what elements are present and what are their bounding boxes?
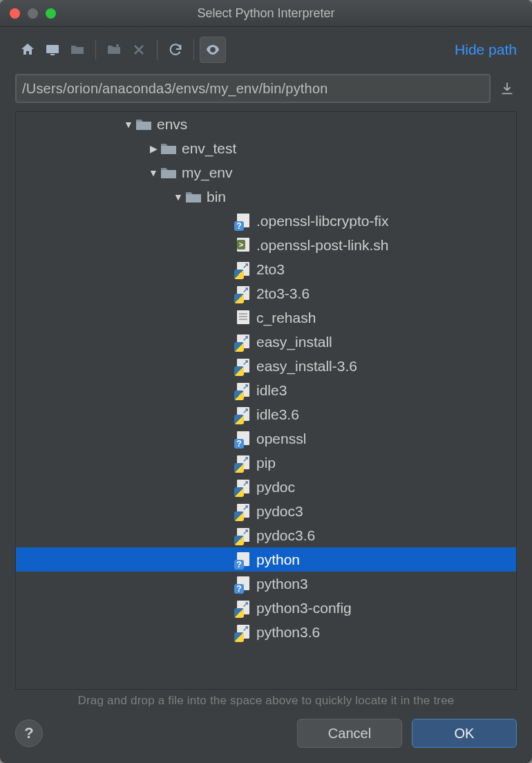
svg-rect-0 (46, 45, 59, 53)
tree-row[interactable]: ·c_rehash (16, 305, 516, 330)
tree-item-label: envs (157, 116, 187, 133)
tree-item-label: pip (256, 455, 276, 471)
cancel-button[interactable]: Cancel (297, 719, 402, 748)
tree-item-label: 2to3 (256, 261, 285, 278)
tree-item-label: bin (207, 189, 226, 205)
chevron-right-icon[interactable]: ▶ (147, 143, 160, 154)
ok-button[interactable]: OK (412, 719, 517, 748)
tree-row[interactable]: ·pydoc (16, 475, 516, 499)
path-input[interactable]: /Users/orion/anaconda3/envs/my_env/bin/p… (15, 74, 491, 103)
refresh-button[interactable] (163, 37, 188, 62)
chevron-down-icon[interactable]: ▼ (172, 191, 184, 202)
separator (95, 39, 96, 60)
new-folder-button[interactable] (102, 37, 126, 62)
tree-row[interactable]: ·python3.6 (16, 620, 516, 644)
download-icon (500, 81, 515, 96)
history-button[interactable] (497, 79, 517, 98)
project-button[interactable] (65, 37, 90, 62)
desktop-button[interactable] (40, 37, 65, 62)
tree-item-label: easy_install-3.6 (256, 358, 357, 375)
svg-point-2 (211, 48, 214, 51)
svg-rect-1 (50, 54, 55, 55)
text-file-icon (234, 310, 252, 326)
python-file-icon (234, 407, 252, 422)
separator (157, 39, 158, 60)
minimize-icon (28, 8, 38, 19)
tree-row[interactable]: ·2to3 (16, 257, 516, 281)
hide-path-link[interactable]: Hide path (455, 41, 517, 58)
tree-item-label: pydoc (256, 479, 295, 496)
tree-row[interactable]: ·>.openssl-post-link.sh (16, 233, 516, 257)
delete-button[interactable] (126, 37, 151, 62)
python-file-icon (234, 455, 252, 471)
dialog-window: Select Python Interpreter (0, 0, 532, 763)
shell-file-icon: > (234, 238, 252, 253)
python-file-icon (234, 335, 252, 350)
unknown-file-icon: ? (234, 214, 252, 229)
desktop-icon (44, 41, 61, 58)
tree-item-label: python (256, 552, 300, 568)
tree-item-label: python3 (256, 576, 308, 592)
tree-row[interactable]: ·pydoc3.6 (16, 523, 516, 547)
tree-item-label: python3-config (256, 600, 352, 616)
tree-item-label: .openssl-libcrypto-fix (256, 213, 388, 229)
tree-row[interactable]: ·2to3-3.6 (16, 281, 516, 305)
eye-icon (205, 41, 221, 58)
tree-row[interactable]: ▼bin (16, 185, 516, 209)
tree-row[interactable]: ·idle3.6 (16, 402, 516, 426)
tree-item-label: my_env (182, 164, 233, 181)
tree-row[interactable]: ·?python (16, 547, 516, 572)
tree-row[interactable]: ·idle3 (16, 378, 516, 402)
close-icon[interactable] (10, 8, 20, 19)
tree-item-label: pydoc3.6 (256, 527, 315, 544)
folder-icon (184, 189, 202, 205)
chevron-down-icon[interactable]: ▼ (147, 167, 160, 178)
show-hidden-button[interactable] (200, 37, 226, 63)
python-file-icon (234, 625, 252, 640)
tree-row[interactable]: ·python3-config (16, 596, 516, 620)
tree-item-label: idle3 (256, 382, 287, 399)
folder-icon (69, 41, 86, 58)
home-button[interactable] (15, 37, 40, 62)
titlebar: Select Python Interpreter (0, 0, 532, 27)
tree-row[interactable]: ·pydoc3 (16, 499, 516, 523)
folder-icon (160, 141, 178, 156)
chevron-down-icon[interactable]: ▼ (122, 119, 135, 130)
tree-row[interactable]: ·?.openssl-libcrypto-fix (16, 209, 516, 233)
tree-item-label: env_test (182, 140, 236, 157)
unknown-file-icon: ? (234, 431, 252, 446)
python-file-icon (234, 601, 252, 616)
tree-row[interactable]: ·easy_install-3.6 (16, 354, 516, 378)
tree-item-label: openssl (256, 431, 306, 447)
zoom-icon[interactable] (46, 8, 56, 19)
window-controls (10, 8, 56, 19)
home-icon (19, 41, 36, 58)
python-file-icon (234, 528, 252, 543)
folder-icon (160, 165, 178, 180)
dialog-title: Select Python Interpreter (0, 6, 532, 21)
tree-item-label: 2to3-3.6 (256, 285, 310, 302)
tree-item-label: c_rehash (256, 310, 316, 326)
drop-hint: Drag and drop a file into the space abov… (0, 690, 532, 712)
python-file-icon (234, 504, 252, 519)
tree-row[interactable]: ▶env_test (16, 136, 516, 160)
refresh-icon (168, 42, 183, 57)
tree-item-label: .openssl-post-link.sh (256, 237, 388, 254)
unknown-file-icon: ? (234, 576, 252, 592)
tree-row[interactable]: ·?python3 (16, 572, 516, 596)
path-row: /Users/orion/anaconda3/envs/my_env/bin/p… (0, 67, 532, 111)
tree-row[interactable]: ·pip (16, 451, 516, 475)
new-folder-icon (106, 41, 122, 58)
folder-icon (135, 117, 153, 132)
python-file-icon (234, 359, 252, 374)
tree-row[interactable]: ▼envs (16, 112, 516, 136)
tree-row[interactable]: ▼my_env (16, 160, 516, 185)
tree-item-label: python3.6 (256, 624, 320, 641)
python-file-icon (234, 480, 252, 495)
help-button[interactable]: ? (15, 719, 43, 747)
python-file-icon (234, 383, 252, 398)
separator (193, 39, 194, 60)
file-tree[interactable]: ▼envs▶env_test▼my_env▼bin·?.openssl-libc… (15, 111, 517, 690)
tree-row[interactable]: ·?openssl (16, 426, 516, 451)
tree-row[interactable]: ·easy_install (16, 330, 516, 354)
